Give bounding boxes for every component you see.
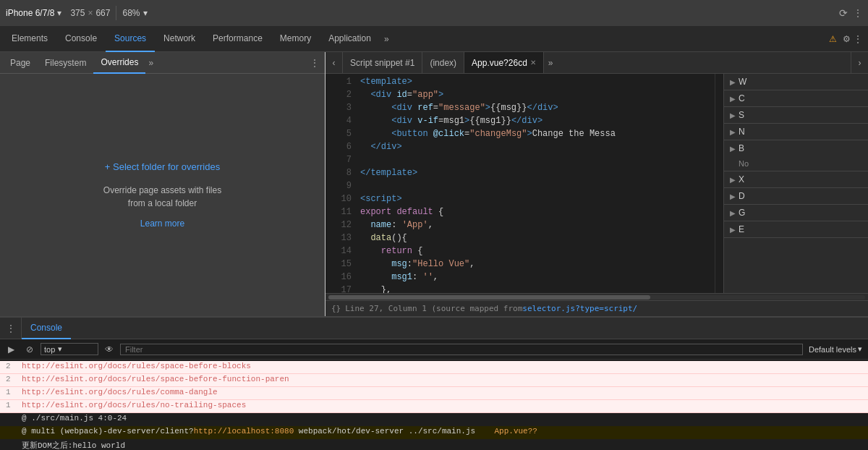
select-folder-button[interactable]: + Select folder for overrides — [105, 161, 220, 172]
console-line-num-1: 2 — [6, 362, 17, 370]
console-context-selector[interactable]: top ▾ — [41, 343, 98, 355]
learn-more-link[interactable]: Learn more — [140, 218, 184, 229]
tab-application-label: Application — [328, 33, 371, 43]
appvue-link[interactable]: App.vue?? — [495, 427, 537, 436]
tab-console[interactable]: Console — [56, 26, 106, 52]
console-tab[interactable]: Console — [22, 318, 71, 339]
code-line-2: 2 <div id="app"> — [326, 90, 715, 103]
right-section-c: ▶ C — [724, 90, 868, 107]
rotate-icon[interactable]: ⟳ — [839, 7, 848, 19]
right-section-e-header[interactable]: ▶ E — [724, 221, 868, 237]
dropdown-icon[interactable]: ▾ — [57, 8, 61, 18]
right-section-x: ▶ X — [724, 171, 868, 188]
chevron-right-b: ▶ — [730, 145, 736, 153]
sources-tab-page[interactable]: Page — [3, 52, 38, 74]
more-tabs-icon[interactable]: » — [380, 34, 393, 44]
zoom-dropdown-icon[interactable]: ▾ — [143, 8, 148, 18]
code-line-9: 9 — [326, 181, 715, 194]
tab-network-label: Network — [163, 33, 195, 43]
console-line-text-1: @ ./src/main.js 4:0-24 — [22, 414, 127, 423]
console-default-levels[interactable]: Default levels ▾ — [806, 344, 865, 354]
right-section-d-header[interactable]: ▶ D — [724, 188, 868, 204]
localhost-link[interactable]: http://localhost:8080 — [194, 427, 294, 436]
console-line-text-2: 更新DOM之后:hello world — [22, 440, 125, 450]
code-line-15: 15 msg:"Hello Vue", — [326, 259, 715, 272]
top-bar: iPhone 6/7/8 ▾ 375 × 667 68% ▾ ⟳ ⋮ — [0, 0, 868, 26]
right-section-x-header[interactable]: ▶ X — [724, 171, 868, 187]
code-nav-right-btn[interactable]: › — [851, 52, 868, 74]
status-link[interactable]: selector.js?type=script/ — [522, 304, 637, 313]
tab-performance[interactable]: Performance — [204, 26, 271, 52]
code-line-11: 11 export default { — [326, 207, 715, 220]
console-line-link-3[interactable]: http://eslint.org/docs/rules/comma-dangl… — [22, 388, 218, 396]
sources-tab-menu[interactable]: ⋮ — [307, 58, 322, 68]
right-section-c-label: C — [739, 93, 745, 103]
right-section-c-header[interactable]: ▶ C — [724, 90, 868, 106]
chevron-right-e: ▶ — [730, 226, 736, 234]
code-tab-more[interactable]: » — [544, 58, 558, 68]
code-editor-scrollbar[interactable] — [715, 74, 723, 293]
dock-icon[interactable]: ⋮ — [854, 34, 862, 44]
console-menu-button[interactable]: ⋮ — [0, 318, 22, 339]
console-run-button[interactable]: ▶ — [3, 341, 19, 357]
code-tab-snippet-label: Script snippet #1 — [350, 58, 414, 68]
console-output[interactable]: 2 http://eslint.org/docs/rules/space-bef… — [0, 360, 868, 450]
right-section-b-label: B — [739, 143, 744, 153]
code-line-3: 3 <div ref="message">{{msg}}</div> — [326, 103, 715, 116]
code-editor[interactable]: 1 <template> 2 <div id="app"> 3 <div ref… — [326, 74, 715, 293]
settings-icon[interactable]: ⚙ — [843, 34, 851, 44]
right-section-s: ▶ S — [724, 107, 868, 124]
tab-memory[interactable]: Memory — [271, 26, 320, 52]
console-line-link-1[interactable]: http://eslint.org/docs/rules/space-befor… — [22, 362, 251, 370]
default-levels-dropdown: ▾ — [858, 344, 862, 354]
console-line-info-1: @ ./src/main.js 4:0-24 — [0, 413, 868, 426]
code-line-17: 17 }, — [326, 285, 715, 293]
right-section-s-header[interactable]: ▶ S — [724, 107, 868, 123]
code-tab-index[interactable]: (index) — [422, 52, 464, 74]
right-section-w-header[interactable]: ▶ W — [724, 74, 868, 90]
sources-tab-page-label: Page — [10, 58, 30, 68]
chevron-right-w: ▶ — [730, 78, 736, 86]
right-section-b: ▶ B No — [724, 140, 868, 171]
sources-tab-filesystem[interactable]: Filesystem — [38, 52, 93, 74]
sources-tab-overrides[interactable]: Overrides — [93, 52, 145, 74]
code-tab-close-icon[interactable]: ✕ — [530, 59, 536, 67]
console-filter-input[interactable] — [120, 344, 803, 355]
code-line-16: 16 msg1: '', — [326, 272, 715, 285]
console-stop-button[interactable]: ⊘ — [22, 341, 38, 357]
console-panel: ⋮ Console ▶ ⊘ top ▾ 👁 Default levels ▾ 2… — [0, 316, 868, 450]
tab-sources[interactable]: Sources — [106, 26, 155, 52]
status-icon: {} — [331, 304, 341, 313]
tab-network[interactable]: Network — [155, 26, 204, 52]
sources-tab-more[interactable]: » — [145, 58, 156, 68]
console-line-link-2[interactable]: http://eslint.org/docs/rules/space-befor… — [22, 375, 289, 383]
console-line-link-4[interactable]: http://eslint.org/docs/rules/no-trailing… — [22, 401, 246, 409]
device-selector[interactable]: iPhone 6/7/8 ▾ 375 × 667 68% ▾ — [6, 6, 148, 20]
tab-elements[interactable]: Elements — [3, 26, 56, 52]
code-tab-nav-left[interactable]: ‹ — [326, 52, 343, 74]
code-line-5: 5 <button @click="changeMsg">Change the … — [326, 129, 715, 142]
console-eye-button[interactable]: 👁 — [101, 341, 117, 357]
tab-memory-label: Memory — [280, 33, 311, 43]
right-section-n-label: N — [739, 127, 745, 137]
console-context-dropdown-icon: ▾ — [58, 344, 62, 354]
console-context-top: top — [44, 345, 55, 354]
chevron-right-s: ▶ — [730, 111, 736, 119]
right-section-n: ▶ N — [724, 124, 868, 140]
right-section-w-label: W — [739, 77, 746, 87]
more-icon[interactable]: ⋮ — [854, 8, 862, 18]
code-tab-appvue[interactable]: App.vue?26cd ✕ — [464, 52, 544, 74]
zoom-value: 68% — [122, 8, 140, 18]
dimension-height: 667 — [95, 8, 110, 18]
right-section-d: ▶ D — [724, 188, 868, 205]
chevron-right-x: ▶ — [730, 176, 736, 184]
code-editor-hscrollbar[interactable] — [326, 293, 868, 300]
right-section-s-label: S — [739, 110, 744, 120]
right-section-g-header[interactable]: ▶ G — [724, 205, 868, 221]
right-section-b-header[interactable]: ▶ B — [724, 140, 868, 156]
right-section-n-header[interactable]: ▶ N — [724, 124, 868, 140]
console-line-num-4: 1 — [6, 401, 17, 409]
code-tab-snippet[interactable]: Script snippet #1 — [343, 52, 422, 74]
tab-application[interactable]: Application — [320, 26, 380, 52]
code-line-1: 1 <template> — [326, 77, 715, 90]
